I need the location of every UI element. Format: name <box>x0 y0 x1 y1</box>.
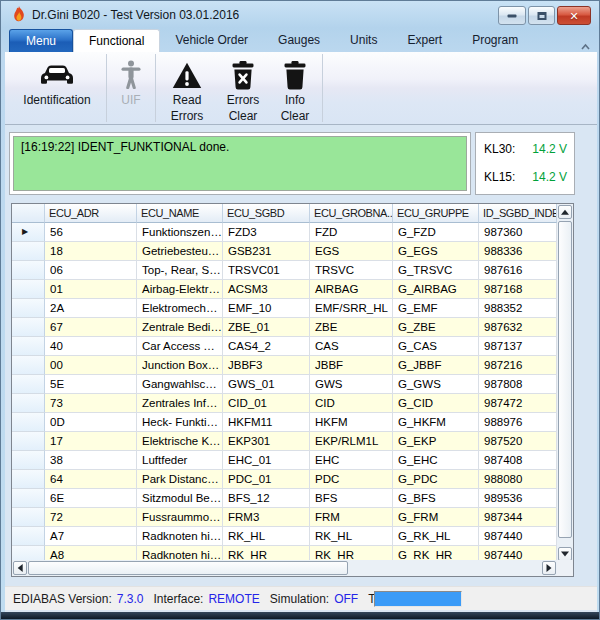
identification-button[interactable]: Identification <box>9 52 105 124</box>
table-cell[interactable]: Airbag-Elektro... <box>137 280 223 299</box>
table-row[interactable]: 72Fussraummod...FRM3FRMG_FRM987344 <box>12 508 573 527</box>
vertical-scroll-thumb[interactable] <box>558 221 572 538</box>
table-cell[interactable]: G_EKP <box>393 432 479 451</box>
table-cell[interactable]: 18 <box>45 242 137 261</box>
table-cell[interactable]: 987344 <box>479 508 557 527</box>
table-row[interactable]: 38LuftfederEHC_01EHCG_EHC987408 <box>12 451 573 470</box>
vertical-scrollbar[interactable] <box>557 204 573 562</box>
table-cell[interactable]: GSB231 <box>223 242 310 261</box>
row-selector[interactable] <box>12 242 45 261</box>
table-cell[interactable]: BFS <box>310 489 393 508</box>
table-cell[interactable]: FRM <box>310 508 393 527</box>
table-cell[interactable]: ZBE_01 <box>223 318 310 337</box>
table-cell[interactable]: 987440 <box>479 527 557 546</box>
close-button[interactable]: ✕ <box>557 6 591 25</box>
table-row[interactable]: 5EGangwahlscha...GWS_01GWSG_GWS987808 <box>12 375 573 394</box>
row-selector[interactable] <box>12 432 45 451</box>
table-cell[interactable]: PDC <box>310 470 393 489</box>
table-cell[interactable]: CID <box>310 394 393 413</box>
table-row[interactable]: 73Zentrales Info ...CID_01CIDG_CID987472 <box>12 394 573 413</box>
table-cell[interactable]: HKFM <box>310 413 393 432</box>
errors-clear-button[interactable]: Errors Clear <box>217 52 269 124</box>
table-cell[interactable]: G_RK_HL <box>393 527 479 546</box>
row-selector[interactable] <box>12 318 45 337</box>
table-cell[interactable]: G_EGS <box>393 242 479 261</box>
table-cell[interactable]: 987360 <box>479 223 557 242</box>
table-cell[interactable]: 987520 <box>479 432 557 451</box>
table-cell[interactable]: 987632 <box>479 318 557 337</box>
table-cell[interactable]: EKP301 <box>223 432 310 451</box>
table-cell[interactable]: 987808 <box>479 375 557 394</box>
table-cell[interactable]: 987472 <box>479 394 557 413</box>
column-header-ecu-name[interactable]: ECU_NAME <box>137 204 223 223</box>
table-cell[interactable]: 73 <box>45 394 137 413</box>
tab-functional[interactable]: Functional <box>73 29 160 52</box>
table-cell[interactable]: 989536 <box>479 489 557 508</box>
column-header-id-sgbd-index[interactable]: ID_SGBD_INDEX <box>479 204 557 223</box>
row-selector[interactable] <box>12 299 45 318</box>
minimize-button[interactable] <box>498 6 526 25</box>
row-selector[interactable] <box>12 356 45 375</box>
table-cell[interactable]: G_EHC <box>393 451 479 470</box>
tab-vehicle-order[interactable]: Vehicle Order <box>160 29 263 52</box>
table-cell[interactable]: A7 <box>45 527 137 546</box>
table-cell[interactable]: 987216 <box>479 356 557 375</box>
table-cell[interactable]: GWS <box>310 375 393 394</box>
table-cell[interactable]: EMF/SRR_HL <box>310 299 393 318</box>
row-selector[interactable] <box>12 261 45 280</box>
table-row[interactable]: A7Radknoten hin...RK_HLRK_HLG_RK_HL98744… <box>12 527 573 546</box>
row-selector[interactable] <box>12 413 45 432</box>
table-cell[interactable]: 17 <box>45 432 137 451</box>
table-cell[interactable]: 988976 <box>479 413 557 432</box>
table-cell[interactable]: 6E <box>45 489 137 508</box>
table-cell[interactable]: G_HKFM <box>393 413 479 432</box>
horizontal-scrollbar[interactable] <box>12 560 557 576</box>
table-cell[interactable]: EHC <box>310 451 393 470</box>
table-cell[interactable]: Junction Box B... <box>137 356 223 375</box>
table-cell[interactable]: Elektromechan... <box>137 299 223 318</box>
table-cell[interactable]: CAS <box>310 337 393 356</box>
table-cell[interactable]: Luftfeder <box>137 451 223 470</box>
maximize-button[interactable] <box>528 6 555 25</box>
table-cell[interactable]: RK_HL <box>223 527 310 546</box>
read-errors-button[interactable]: Read Errors <box>157 52 217 124</box>
table-cell[interactable]: 67 <box>45 318 137 337</box>
info-clear-button[interactable]: Info Clear <box>269 52 321 124</box>
table-cell[interactable]: HKFM11 <box>223 413 310 432</box>
tab-gauges[interactable]: Gauges <box>263 29 335 52</box>
row-selector[interactable] <box>12 375 45 394</box>
row-selector[interactable] <box>12 489 45 508</box>
header-selector-cell[interactable] <box>12 204 45 223</box>
table-cell[interactable]: Getriebesteuer... <box>137 242 223 261</box>
table-cell[interactable]: Sitzmodul Beif... <box>137 489 223 508</box>
table-cell[interactable]: Gangwahlscha... <box>137 375 223 394</box>
table-cell[interactable]: Zentrale Bedie... <box>137 318 223 337</box>
table-cell[interactable]: EMF_10 <box>223 299 310 318</box>
table-cell[interactable]: Elektrische Kra... <box>137 432 223 451</box>
table-cell[interactable]: EKP/RLM1L <box>310 432 393 451</box>
table-cell[interactable]: GWS_01 <box>223 375 310 394</box>
table-cell[interactable]: 987137 <box>479 337 557 356</box>
table-cell[interactable]: EHC_01 <box>223 451 310 470</box>
table-cell[interactable]: G_PDC <box>393 470 479 489</box>
table-cell[interactable]: Heck- Funktio... <box>137 413 223 432</box>
scroll-left-button[interactable] <box>13 561 27 575</box>
table-row[interactable]: 01Airbag-Elektro...ACSM3AIRBAGG_AIRBAG98… <box>12 280 573 299</box>
table-row[interactable]: 0DHeck- Funktio...HKFM11HKFMG_HKFM988976 <box>12 413 573 432</box>
table-cell[interactable]: Top-, Rear, Sid... <box>137 261 223 280</box>
table-cell[interactable]: 987168 <box>479 280 557 299</box>
table-cell[interactable]: 2A <box>45 299 137 318</box>
table-cell[interactable]: G_TRSVC <box>393 261 479 280</box>
column-header-ecu-gruppe[interactable]: ECU_GRUPPE <box>393 204 479 223</box>
row-selector[interactable] <box>12 470 45 489</box>
table-cell[interactable]: 38 <box>45 451 137 470</box>
table-cell[interactable]: G_BFS <box>393 489 479 508</box>
table-cell[interactable]: ACSM3 <box>223 280 310 299</box>
table-cell[interactable]: RK_HL <box>310 527 393 546</box>
table-cell[interactable]: 01 <box>45 280 137 299</box>
table-cell[interactable]: ZBE <box>310 318 393 337</box>
table-cell[interactable]: 72 <box>45 508 137 527</box>
table-cell[interactable]: CID_01 <box>223 394 310 413</box>
row-selector[interactable] <box>12 527 45 546</box>
table-cell[interactable]: Car Access Sys... <box>137 337 223 356</box>
